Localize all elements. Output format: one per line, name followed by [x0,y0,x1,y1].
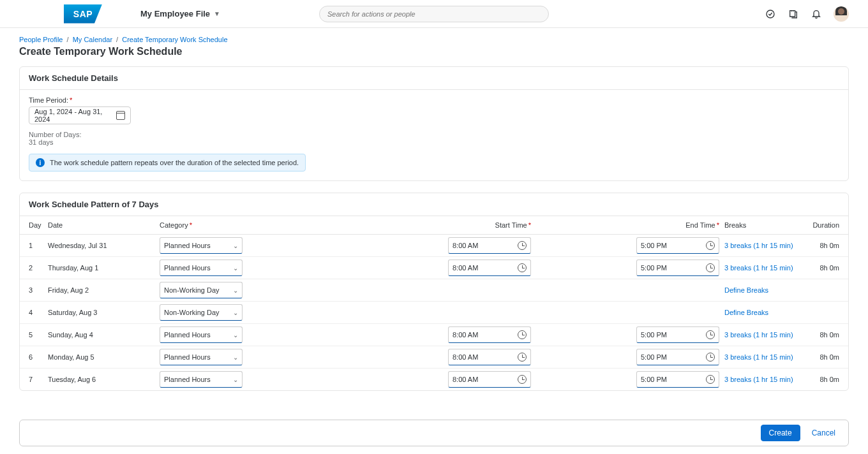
cell-start: 8:00 AM [345,260,536,276]
svg-point-0 [767,10,774,18]
clock-icon [518,241,527,250]
col-category: Category* [160,221,345,229]
breaks-link[interactable]: Define Breaks [724,309,768,316]
approvals-icon[interactable] [765,8,776,20]
panel-work-schedule-details: Work Schedule Details Time Period:* Aug … [19,66,849,181]
cell-date: Friday, Aug 2 [48,286,160,294]
breadcrumb-current: Create Temporary Work Schedule [122,36,227,43]
table-header: Day Date Category* Start Time* End Time*… [20,216,848,235]
cell-breaks: Define Breaks [724,309,807,316]
cell-duration: 8h 0m [807,331,839,339]
breaks-link[interactable]: Define Breaks [724,286,768,294]
create-button[interactable]: Create [761,425,800,441]
app-header: SAP My Employee File ▼ [0,0,868,28]
page-title: Create Temporary Work Schedule [0,46,868,66]
cell-day: 5 [29,331,48,339]
category-select[interactable]: Planned Hours⌄ [160,237,243,254]
cell-start: 8:00 AM [345,326,536,343]
avatar[interactable] [834,6,849,22]
rows-container: 1Wednesday, Jul 31Planned Hours⌄8:00 AM5… [20,235,848,390]
cell-end: 5:00 PM [536,349,724,365]
menu-label: My Employee File [140,9,210,18]
inbox-icon[interactable] [788,8,799,20]
cell-breaks: 3 breaks (1 hr 15 min) [724,376,807,383]
header-right [765,6,849,22]
breadcrumb-sep: / [67,36,69,43]
cell-date: Monday, Aug 5 [48,353,160,361]
time-period-input[interactable]: Aug 1, 2024 - Aug 31, 2024 [29,106,131,124]
category-select[interactable]: Non-Working Day⌄ [160,304,243,321]
panel-title: Work Schedule Pattern of 7 Days [20,193,848,216]
cell-day: 3 [29,286,48,294]
bell-icon[interactable] [811,8,822,20]
breaks-link[interactable]: 3 breaks (1 hr 15 min) [724,376,793,383]
cell-breaks: 3 breaks (1 hr 15 min) [724,331,807,339]
cell-day: 7 [29,376,48,383]
start-time-input[interactable]: 8:00 AM [448,260,531,276]
col-end: End Time* [536,221,724,229]
start-time-input[interactable]: 8:00 AM [448,326,531,343]
breadcrumb-link[interactable]: My Calendar [73,36,112,43]
cell-category: Non-Working Day⌄ [160,282,345,298]
cell-date: Tuesday, Aug 6 [48,376,160,383]
clock-icon [706,263,715,272]
cell-category: Planned Hours⌄ [160,260,345,276]
cell-date: Thursday, Aug 1 [48,264,160,272]
cell-start: 8:00 AM [345,349,536,365]
page-body: Work Schedule Details Time Period:* Aug … [0,66,868,441]
cell-breaks: 3 breaks (1 hr 15 min) [724,353,807,361]
search-input[interactable] [319,6,549,22]
start-time-input[interactable]: 8:00 AM [448,237,531,254]
cell-duration: 8h 0m [807,264,839,272]
clock-icon [518,353,527,362]
cell-category: Planned Hours⌄ [160,237,345,254]
end-time-input[interactable]: 5:00 PM [636,237,719,254]
breaks-link[interactable]: 3 breaks (1 hr 15 min) [724,331,793,339]
panel-title: Work Schedule Details [20,67,848,90]
cell-day: 1 [29,242,48,249]
panel-work-schedule-pattern: Work Schedule Pattern of 7 Days Day Date… [19,193,849,391]
table-row: 4Saturday, Aug 3Non-Working Day⌄Define B… [20,302,848,324]
cancel-button[interactable]: Cancel [807,425,841,441]
cell-start: 8:00 AM [345,237,536,254]
breaks-link[interactable]: 3 breaks (1 hr 15 min) [724,264,793,272]
clock-icon [518,375,527,384]
end-time-input[interactable]: 5:00 PM [636,326,719,343]
category-select[interactable]: Planned Hours⌄ [160,349,243,365]
cell-day: 2 [29,264,48,272]
category-select[interactable]: Non-Working Day⌄ [160,282,243,298]
start-time-input[interactable]: 8:00 AM [448,349,531,365]
menu-my-employee-file[interactable]: My Employee File ▼ [140,9,220,18]
chevron-down-icon: ⌄ [233,309,238,316]
category-select[interactable]: Planned Hours⌄ [160,326,243,343]
start-time-input[interactable]: 8:00 AM [448,371,531,388]
breaks-link[interactable]: 3 breaks (1 hr 15 min) [724,353,793,361]
breaks-link[interactable]: 3 breaks (1 hr 15 min) [724,242,793,249]
col-duration: Duration [807,221,839,229]
end-time-input[interactable]: 5:00 PM [636,260,719,276]
clock-icon [518,330,527,339]
table-row: 7Tuesday, Aug 6Planned Hours⌄8:00 AM5:00… [20,369,848,390]
category-select[interactable]: Planned Hours⌄ [160,260,243,276]
cell-category: Planned Hours⌄ [160,371,345,388]
sap-logo[interactable]: SAP [64,4,102,24]
chevron-down-icon: ⌄ [233,376,238,383]
panel-body: Day Date Category* Start Time* End Time*… [20,216,848,390]
cell-end: 5:00 PM [536,371,724,388]
category-select[interactable]: Planned Hours⌄ [160,371,243,388]
end-time-input[interactable]: 5:00 PM [636,349,719,365]
required-asterisk: * [70,96,72,104]
col-day: Day [29,221,48,229]
cell-breaks: 3 breaks (1 hr 15 min) [724,242,807,249]
info-text: The work schedule pattern repeats over t… [50,159,299,166]
cell-category: Planned Hours⌄ [160,326,345,343]
breadcrumb-link[interactable]: People Profile [19,36,63,43]
num-days-value: 31 days [29,138,839,146]
cell-duration: 8h 0m [807,353,839,361]
breadcrumb: People Profile / My Calendar / Create Te… [0,28,868,46]
table-row: 6Monday, Aug 5Planned Hours⌄8:00 AM5:00 … [20,346,848,369]
end-time-input[interactable]: 5:00 PM [636,371,719,388]
clock-icon [706,330,715,339]
num-days-label: Number of Days: [29,131,839,138]
table-row: 2Thursday, Aug 1Planned Hours⌄8:00 AM5:0… [20,257,848,279]
